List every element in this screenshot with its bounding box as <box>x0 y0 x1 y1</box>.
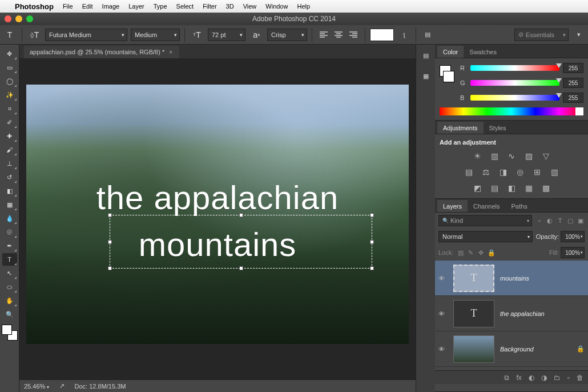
layer-name[interactable]: mountains <box>500 275 529 282</box>
minimize-window-button[interactable] <box>15 15 22 22</box>
gradient-map-icon[interactable]: ▦ <box>523 182 534 194</box>
type-tool[interactable]: T <box>2 253 17 266</box>
align-left-button[interactable] <box>317 28 331 42</box>
fill-value[interactable]: 100% <box>561 247 585 258</box>
vibrance-icon[interactable]: ▽ <box>540 150 551 162</box>
orientation-icon[interactable]: ⎀T <box>27 27 42 42</box>
app-menu[interactable]: Photoshop <box>15 2 54 11</box>
menu-image[interactable]: Image <box>102 3 120 10</box>
properties-panel-icon[interactable]: ▦ <box>420 70 432 82</box>
character-panel-button[interactable]: ▤ <box>421 28 434 42</box>
new-group-icon[interactable]: 🗀 <box>554 374 561 382</box>
g-value[interactable]: 255 <box>563 78 583 88</box>
lasso-tool[interactable]: ◯ <box>2 75 17 87</box>
exposure-icon[interactable]: ▨ <box>523 150 534 162</box>
lock-transparency-icon[interactable]: ▨ <box>457 249 464 257</box>
opacity-value[interactable]: 100% <box>561 231 585 242</box>
tab-paths[interactable]: Paths <box>506 200 533 212</box>
hand-tool[interactable]: ✋ <box>2 294 17 307</box>
blur-tool[interactable]: 💧 <box>2 212 17 225</box>
color-fgbg-swatches[interactable] <box>440 63 456 97</box>
layer-name[interactable]: Background <box>500 346 534 353</box>
transform-handle[interactable] <box>239 266 243 270</box>
pen-tool[interactable]: ✒ <box>2 239 17 252</box>
levels-icon[interactable]: ▥ <box>489 150 500 162</box>
zoom-level[interactable]: 25.46% <box>24 383 49 390</box>
close-window-button[interactable] <box>5 15 11 22</box>
align-right-button[interactable] <box>347 28 360 42</box>
menu-3d[interactable]: 3D <box>226 3 234 10</box>
document-tab[interactable]: appalachian.psd @ 25.5% (mountains, RGB/… <box>24 46 179 58</box>
close-tab-icon[interactable] <box>169 49 172 55</box>
layer-thumbnail[interactable] <box>453 335 494 363</box>
brush-tool[interactable]: 🖌 <box>2 143 17 156</box>
layer-row[interactable]: 👁 Background 🔒 <box>435 331 588 367</box>
gradient-tool[interactable]: ▦ <box>2 198 17 211</box>
blend-mode-select[interactable]: Normal <box>438 231 533 242</box>
menu-file[interactable]: File <box>63 3 73 10</box>
transform-handle[interactable] <box>239 213 243 217</box>
path-selection-tool[interactable]: ↖ <box>2 267 17 279</box>
zoom-window-button[interactable] <box>26 15 33 22</box>
tab-layers[interactable]: Layers <box>437 200 468 212</box>
transform-handle[interactable] <box>108 240 112 244</box>
tab-channels[interactable]: Channels <box>468 200 505 212</box>
selective-color-icon[interactable]: ▩ <box>540 182 551 194</box>
posterize-icon[interactable]: ▤ <box>489 182 500 194</box>
link-layers-icon[interactable]: ⧉ <box>504 374 509 382</box>
warp-text-button[interactable]: ţ <box>397 28 411 42</box>
r-value[interactable]: 255 <box>563 63 583 73</box>
lock-all-icon[interactable]: 🔒 <box>488 249 495 257</box>
tab-adjustments[interactable]: Adjustments <box>437 122 484 134</box>
menu-help[interactable]: Help <box>297 3 310 10</box>
text-layer-line1[interactable]: the appalachian <box>26 178 409 217</box>
filter-type-icon[interactable]: T <box>556 217 564 225</box>
color-spectrum[interactable] <box>440 107 583 115</box>
visibility-icon[interactable]: 👁 <box>438 346 448 353</box>
layer-thumbnail[interactable]: T <box>453 300 494 327</box>
foreground-background-colors[interactable] <box>2 325 18 341</box>
layer-row[interactable]: 👁 T the appalachian <box>435 296 588 331</box>
filter-smart-icon[interactable]: ▣ <box>577 217 585 225</box>
text-color-swatch[interactable] <box>370 29 394 41</box>
b-slider[interactable] <box>470 95 559 101</box>
filter-shape-icon[interactable]: ▢ <box>566 217 574 225</box>
transform-handle[interactable] <box>370 213 374 217</box>
visibility-icon[interactable]: 👁 <box>438 275 448 282</box>
font-family-select[interactable]: Futura Medium <box>45 29 127 41</box>
tab-color[interactable]: Color <box>437 46 464 58</box>
healing-brush-tool[interactable]: ✚ <box>2 130 17 142</box>
transform-handle[interactable] <box>370 266 374 270</box>
brightness-icon[interactable]: ☀ <box>472 150 483 162</box>
eyedropper-tool[interactable]: ✐ <box>2 116 17 129</box>
visibility-icon[interactable]: 👁 <box>438 310 448 317</box>
align-center-button[interactable] <box>332 28 345 42</box>
bw-icon[interactable]: ◨ <box>497 166 509 178</box>
hue-icon[interactable]: ▤ <box>463 166 474 178</box>
export-icon[interactable]: ↗ <box>59 382 65 390</box>
tab-swatches[interactable]: Swatches <box>464 46 502 58</box>
layer-kind-filter[interactable]: Kind <box>438 215 532 226</box>
dodge-tool[interactable]: ⦾ <box>2 226 17 238</box>
transform-bounding-box[interactable] <box>110 215 372 269</box>
shape-tool[interactable]: ⬭ <box>2 281 17 293</box>
b-value[interactable]: 255 <box>563 93 583 103</box>
layer-mask-icon[interactable]: ◐ <box>529 374 534 382</box>
menu-type[interactable]: Type <box>154 3 167 10</box>
colorlookup-icon[interactable]: ▥ <box>549 166 560 178</box>
layer-name[interactable]: the appalachian <box>500 310 545 317</box>
adjustment-layer-icon[interactable]: ◑ <box>541 374 547 382</box>
curves-icon[interactable]: ∿ <box>506 150 517 162</box>
move-tool[interactable]: ✥ <box>2 47 17 60</box>
workspace-menu-icon[interactable]: ▾ <box>572 28 586 42</box>
font-weight-select[interactable]: Medium <box>131 29 180 41</box>
eraser-tool[interactable]: ◧ <box>2 185 17 197</box>
menu-window[interactable]: Window <box>265 3 288 10</box>
g-slider[interactable] <box>470 80 559 86</box>
menu-select[interactable]: Select <box>176 3 194 10</box>
threshold-icon[interactable]: ◧ <box>506 182 517 194</box>
antialias-select[interactable]: Crisp <box>267 29 307 41</box>
menu-edit[interactable]: Edit <box>82 3 93 10</box>
transform-handle[interactable] <box>108 266 112 270</box>
menu-view[interactable]: View <box>243 3 257 10</box>
